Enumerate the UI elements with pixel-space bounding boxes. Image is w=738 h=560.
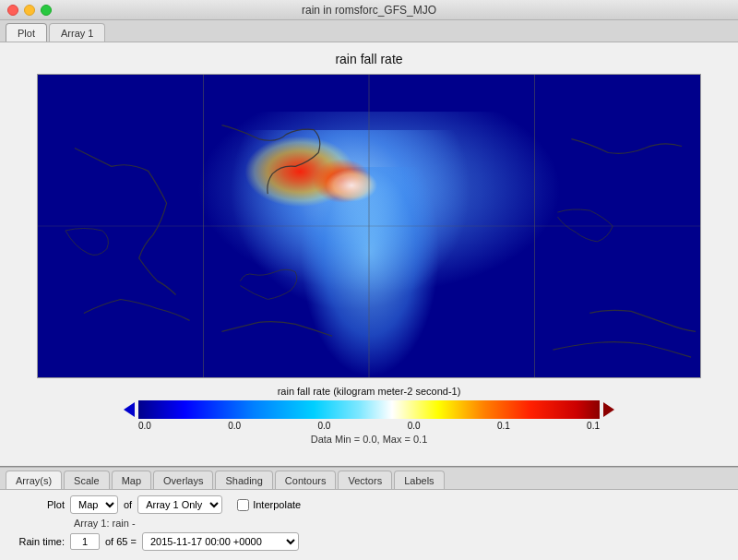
close-button[interactable] [7,5,18,16]
colorbar-labels: 0.0 0.0 0.0 0.0 0.1 0.1 [138,421,600,431]
ctrl-tab-arrays[interactable]: Array(s) [6,471,62,489]
plot-area: rain fall rate [0,42,738,466]
of-label: of [124,499,132,510]
interpolate-label: Interpolate [253,499,301,510]
top-tab-bar: Plot Array 1 [0,20,738,42]
main-content: rain fall rate [0,42,738,560]
ctrl-tab-vectors[interactable]: Vectors [338,471,392,489]
array1-label: Array 1: rain - [74,518,136,529]
window-title: rain in romsforc_GFS_MJO [302,4,436,17]
plot-title: rain fall rate [335,52,402,66]
control-tabs: Array(s) Scale Map Overlays Shading Cont… [0,468,738,490]
colorbar-wrapper [124,400,614,419]
heatmap [38,75,700,377]
time-value-input[interactable]: 1 [70,533,100,550]
ctrl-tab-map[interactable]: Map [112,471,151,489]
colorbar-arrow-left [124,402,135,417]
rain-time-label: Rain time: [9,536,65,547]
colorbar-title: rain fall rate (kilogram meter-2 second-… [278,386,461,397]
tab-array1[interactable]: Array 1 [49,23,105,42]
time-display-select[interactable]: 2015-11-17 00:00 +0000 [142,532,299,551]
ctrl-tab-scale[interactable]: Scale [64,471,110,489]
colorbar-arrow-right [603,402,614,417]
title-bar: rain in romsforc_GFS_MJO [0,0,738,20]
data-minmax: Data Min = 0.0, Max = 0.1 [311,434,428,445]
ctrl-tab-labels[interactable]: Labels [394,471,444,489]
map-container [37,74,701,378]
ctrl-row-plot: Plot Map of Array 1 Only Interpolate [9,495,729,514]
ctrl-row-array-label: Array 1: rain - [9,518,729,529]
tab-plot[interactable]: Plot [6,23,47,42]
ctrl-tab-shading[interactable]: Shading [215,471,272,489]
plot-type-select[interactable]: Map [70,495,118,514]
minimize-button[interactable] [24,5,35,16]
colorbar-section: rain fall rate (kilogram meter-2 second-… [124,386,614,445]
of65-label: of 65 = [105,536,137,547]
array-options-select[interactable]: Array 1 Only [137,495,222,514]
interpolate-checkbox[interactable] [237,499,249,511]
ctrl-tab-contours[interactable]: Contours [275,471,337,489]
window-controls[interactable] [7,5,52,16]
maximize-button[interactable] [41,5,52,16]
colorbar [138,400,600,419]
control-panel: Plot Map of Array 1 Only Interpolate Arr… [0,490,738,560]
ctrl-row-rain-time: Rain time: 1 of 65 = 2015-11-17 00:00 +0… [9,532,729,551]
interpolate-row: Interpolate [237,499,301,511]
ctrl-tab-overlays[interactable]: Overlays [153,471,213,489]
plot-label: Plot [9,499,65,510]
